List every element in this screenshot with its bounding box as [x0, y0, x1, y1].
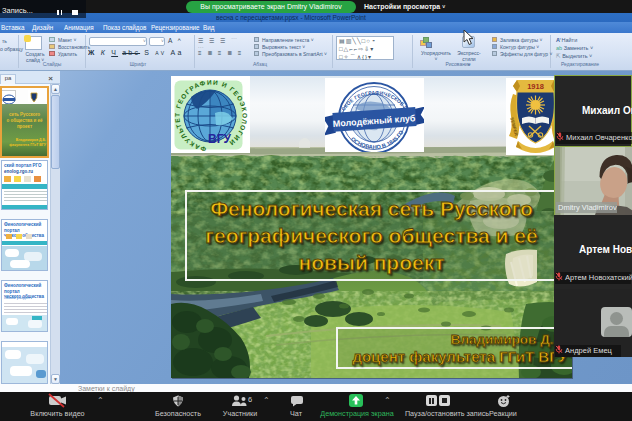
svg-text:1918: 1918 — [527, 82, 544, 91]
svg-text:ВГУ: ВГУ — [208, 132, 231, 146]
